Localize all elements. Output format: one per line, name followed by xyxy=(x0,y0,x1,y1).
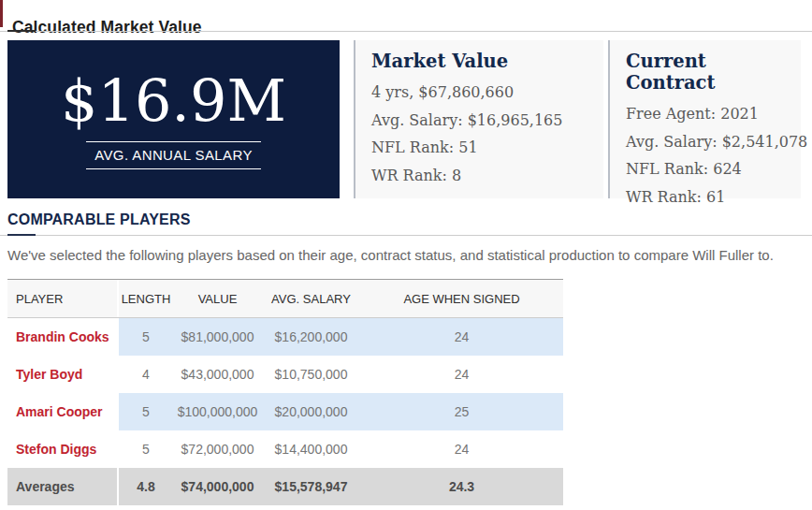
averages-value: $74,000,000 xyxy=(173,468,262,505)
cell-age: 24 xyxy=(360,318,563,356)
cell-length: 5 xyxy=(117,430,173,468)
cell-length: 4 xyxy=(117,356,173,393)
page-title: Calculated Market Value xyxy=(12,18,202,37)
cell-age: 24 xyxy=(360,356,563,393)
market-value-wr-rank: WR Rank: 8 xyxy=(371,162,603,190)
current-contract-panel: Current Contract Free Agent: 2021 Avg. S… xyxy=(608,40,801,198)
title-divider xyxy=(0,31,812,32)
averages-age: 24.3 xyxy=(360,468,563,505)
table-row: Stefon Diggs 5 $72,000,000 $14,400,000 2… xyxy=(7,430,563,468)
cell-value: $72,000,000 xyxy=(173,430,262,468)
column-header-length: LENGTH xyxy=(117,280,173,317)
comparable-players-heading: COMPARABLE PLAYERS xyxy=(7,211,191,228)
cell-age: 24 xyxy=(360,430,563,468)
market-value-nfl-rank: NFL Rank: 51 xyxy=(371,134,603,162)
averages-avg-salary: $15,578,947 xyxy=(262,468,360,505)
column-header-avg-salary: AVG. SALARY xyxy=(262,280,360,317)
avg-annual-salary-value: $16.9M xyxy=(61,72,286,130)
divider-accent xyxy=(7,30,36,32)
market-value-panel: Market Value 4 yrs, $67,860,660 Avg. Sal… xyxy=(354,40,603,198)
cell-age: 25 xyxy=(360,393,563,430)
table-averages-row: Averages 4.8 $74,000,000 $15,578,947 24.… xyxy=(7,468,563,505)
cell-length: 5 xyxy=(117,393,173,430)
market-value-page: Calculated Market Value $16.9M AVG. ANNU… xyxy=(0,0,812,510)
market-value-heading: Market Value xyxy=(371,51,603,72)
cell-avg-salary: $14,400,000 xyxy=(262,430,360,468)
title-accent-bar xyxy=(0,0,3,27)
current-contract-wr-rank: WR Rank: 61 xyxy=(626,183,801,211)
column-header-age-when-signed: AGE WHEN SIGNED xyxy=(360,280,563,317)
cell-avg-salary: $10,750,000 xyxy=(262,356,360,393)
market-value-total: 4 yrs, $67,860,660 xyxy=(371,79,603,107)
divider-accent xyxy=(7,234,36,236)
averages-length: 4.8 xyxy=(117,468,173,505)
current-contract-avg-salary: Avg. Salary: $2,541,078 xyxy=(626,128,801,156)
market-value-avg-salary: Avg. Salary: $16,965,165 xyxy=(371,107,603,135)
cell-value: $100,000,000 xyxy=(173,393,262,430)
player-link[interactable]: Stefon Diggs xyxy=(7,430,117,468)
comparable-players-table: PLAYER LENGTH VALUE AVG. SALARY AGE WHEN… xyxy=(7,279,563,505)
column-header-player: PLAYER xyxy=(7,280,117,317)
cell-value: $43,000,000 xyxy=(173,356,262,393)
averages-label: Averages xyxy=(7,468,117,505)
cell-avg-salary: $20,000,000 xyxy=(262,393,360,430)
comparable-players-description: We've selected the following players bas… xyxy=(7,247,774,263)
player-link[interactable]: Tyler Boyd xyxy=(7,356,117,393)
table-header-row: PLAYER LENGTH VALUE AVG. SALARY AGE WHEN… xyxy=(7,279,563,318)
table-row: Brandin Cooks 5 $81,000,000 $16,200,000 … xyxy=(7,318,563,356)
section-divider xyxy=(0,235,812,236)
table-row: Tyler Boyd 4 $43,000,000 $10,750,000 24 xyxy=(7,356,563,393)
column-header-value: VALUE xyxy=(173,280,262,317)
player-link[interactable]: Brandin Cooks xyxy=(7,318,117,356)
table-row: Amari Cooper 5 $100,000,000 $20,000,000 … xyxy=(7,393,563,430)
current-contract-free-agent: Free Agent: 2021 xyxy=(626,100,801,128)
avg-annual-salary-panel: $16.9M AVG. ANNUAL SALARY xyxy=(7,40,340,198)
current-contract-nfl-rank: NFL Rank: 624 xyxy=(626,155,801,183)
avg-annual-salary-label: AVG. ANNUAL SALARY xyxy=(86,141,261,169)
cell-length: 5 xyxy=(117,318,173,356)
cell-value: $81,000,000 xyxy=(173,318,262,356)
cell-avg-salary: $16,200,000 xyxy=(262,318,360,356)
player-link[interactable]: Amari Cooper xyxy=(7,393,117,430)
current-contract-heading: Current Contract xyxy=(626,51,801,94)
